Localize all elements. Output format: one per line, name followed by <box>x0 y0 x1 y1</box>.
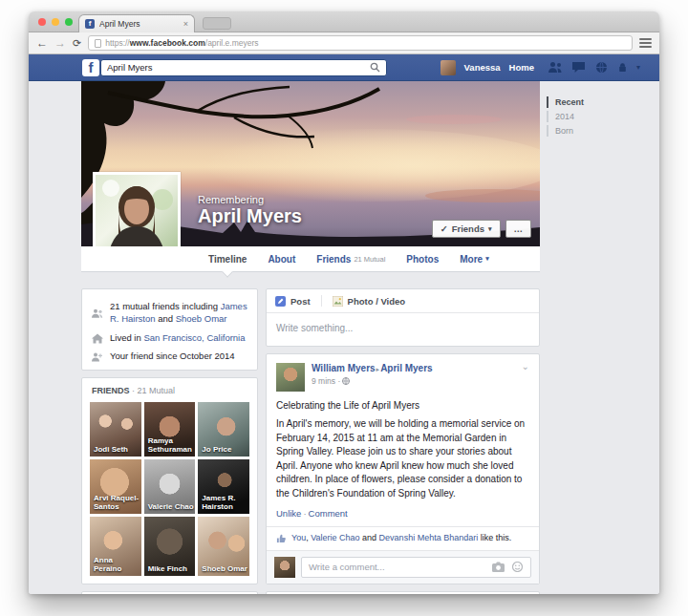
intro-card: 21 mutual friends including James R. Hai… <box>81 288 258 371</box>
comment-row: Write a comment... <box>267 550 539 584</box>
profile-picture[interactable] <box>93 172 181 254</box>
post-menu-chevron-icon[interactable]: ⌄ <box>522 361 529 372</box>
cover-name-block: Remembering April Myers <box>198 194 302 226</box>
timeline-nav-recent[interactable]: Recent <box>547 96 584 108</box>
friend-tile[interactable]: Ramya Sethuraman <box>144 402 196 457</box>
more-options-button[interactable]: … <box>505 220 532 238</box>
mutual-friends-row: 21 mutual friends including James R. Hai… <box>92 301 247 326</box>
friend-tile[interactable]: Jodi Seth <box>90 402 141 457</box>
remembering-label: Remembering <box>198 194 302 205</box>
privacy-lock-icon[interactable] <box>617 61 628 74</box>
page-icon <box>95 39 101 48</box>
friends-card-header[interactable]: FRIENDS · 21 Mutual <box>92 386 247 395</box>
emoji-icon[interactable] <box>511 562 524 572</box>
post-valerie: Valerie Chao▸April Myers 5 mins · ⌄ I mi… <box>266 591 540 594</box>
post-author-link[interactable]: William Myers <box>312 363 376 373</box>
likes-you-link[interactable]: You <box>291 533 306 542</box>
timeline-nav-2014[interactable]: 2014 <box>547 111 584 122</box>
facebook-logo[interactable]: f <box>82 59 99 76</box>
user-avatar[interactable] <box>441 60 456 75</box>
browser-menu-icon[interactable] <box>639 38 652 48</box>
caret-down-icon: ▾ <box>488 225 492 233</box>
post-composer: Post Photo / Video Write something... <box>266 288 540 347</box>
friends-button[interactable]: ✓ Friends ▾ <box>432 220 501 238</box>
friend-tile[interactable]: James R. Hairston <box>198 459 249 514</box>
commenter-avatar <box>274 557 295 578</box>
zoom-window-button[interactable] <box>65 18 73 26</box>
friend-requests-icon[interactable] <box>548 61 563 74</box>
account-menu-caret-icon[interactable]: ▾ <box>636 63 640 72</box>
friend-tile[interactable]: Shoeb Omar <box>198 517 249 576</box>
friends-card: FRIENDS · 21 Mutual Jodi Seth Ramya Seth… <box>81 377 258 584</box>
post-target-link[interactable]: April Myers <box>380 363 432 373</box>
home-icon <box>92 333 103 345</box>
composer-input[interactable]: Write something... <box>267 313 539 346</box>
profile-link[interactable]: Vanessa <box>464 62 501 73</box>
close-window-button[interactable] <box>38 18 46 26</box>
lived-in-link[interactable]: San Francisco, California <box>143 332 245 343</box>
address-bar[interactable]: https://www.facebook.com/april.e.meyers <box>88 35 633 51</box>
comment-input[interactable]: Write a comment... <box>301 557 531 578</box>
header-right: Vanessa Home ▾ <box>441 60 640 75</box>
post-text-body: In April's memory, we will be holding a … <box>276 417 529 500</box>
likes-name-link[interactable]: Valerie Chao <box>311 533 359 542</box>
url-text: https://www.facebook.com/april.e.meyers <box>105 38 258 48</box>
mutual-friend-link-2[interactable]: Shoeb Omar <box>176 313 227 324</box>
forward-button[interactable]: → <box>54 37 66 49</box>
new-tab-button[interactable] <box>203 17 231 30</box>
friend-tile[interactable]: Arvi Raquel-Santos <box>90 459 141 514</box>
friend-tile[interactable]: Anna Peraino <box>90 517 141 576</box>
facebook-header: f Vanessa Home ▾ <box>29 54 659 81</box>
browser-window: f April Myers × ← → ⟳ https://www.facebo… <box>29 11 659 594</box>
tab-more[interactable]: More▾ <box>449 246 499 272</box>
tab-close-icon[interactable]: × <box>183 19 188 29</box>
friend-tile[interactable]: Mike Finch <box>144 517 196 576</box>
tab-timeline[interactable]: Timeline <box>198 246 257 272</box>
attach-photo-icon[interactable] <box>492 562 505 572</box>
page-title: April Myers <box>198 205 302 226</box>
post-actions: Unlike·Comment <box>276 508 529 526</box>
likes-row: You, Valerie Chao and Devanshi Mehta Bha… <box>267 526 539 550</box>
friend-tile[interactable]: Valerie Chao <box>144 459 196 514</box>
search-input[interactable] <box>107 62 370 73</box>
composer-photo-tab[interactable]: Photo / Video <box>333 296 406 307</box>
friend-since-icon <box>92 351 103 363</box>
cover-buttons: ✓ Friends ▾ … <box>432 220 531 238</box>
tab-about[interactable]: About <box>257 246 306 272</box>
notifications-globe-icon[interactable] <box>594 61 609 74</box>
home-link[interactable]: Home <box>509 62 534 73</box>
post-author-avatar[interactable] <box>276 363 305 392</box>
tab-title: April Myers <box>99 19 179 29</box>
photo-video-icon <box>333 296 343 307</box>
unlike-link[interactable]: Unlike <box>276 508 301 519</box>
timeline-nav-born[interactable]: Born <box>547 125 584 137</box>
composer-post-tab[interactable]: Post <box>275 296 311 307</box>
post-pencil-icon <box>275 296 286 307</box>
facebook-favicon: f <box>85 19 95 29</box>
post-timestamp[interactable]: 9 mins · <box>312 376 340 386</box>
post-william: William Myers▸April Myers 9 mins · ⌄ Cel… <box>266 353 540 584</box>
post-text-title: Celebrating the Life of April Myers <box>276 400 529 411</box>
post-header: William Myers▸April Myers 9 mins · ⌄ <box>276 363 529 392</box>
tab-friends[interactable]: Friends21 Mutual <box>306 246 396 272</box>
composer-tabs: Post Photo / Video <box>267 289 539 313</box>
tab-photos[interactable]: Photos <box>396 246 449 272</box>
mutual-friends-icon <box>92 302 103 326</box>
privacy-globe-icon <box>342 377 350 385</box>
friend-tile[interactable]: Jo Price <box>198 402 249 457</box>
timeline-nav: Recent 2014 Born <box>547 96 584 139</box>
minimize-window-button[interactable] <box>52 18 59 26</box>
reload-button[interactable]: ⟳ <box>73 37 81 50</box>
browser-tab[interactable]: f April Myers × <box>78 14 195 32</box>
search-bar[interactable] <box>100 59 387 76</box>
thumbs-up-icon <box>276 533 287 543</box>
likes-name-link[interactable]: Devanshi Mehta Bhandari <box>379 533 479 542</box>
search-icon[interactable] <box>370 62 380 73</box>
facebook-page: Remembering April Myers ✓ Friends ▾ … Ti… <box>29 81 659 594</box>
back-button[interactable]: ← <box>36 37 48 49</box>
browser-titlebar: f April Myers × <box>29 11 659 32</box>
photos-card: PHOTOS · 24 <box>81 591 258 594</box>
cover-photo[interactable]: Remembering April Myers ✓ Friends ▾ … <box>81 81 540 246</box>
messages-icon[interactable] <box>571 61 586 74</box>
comment-link[interactable]: Comment <box>309 508 348 519</box>
